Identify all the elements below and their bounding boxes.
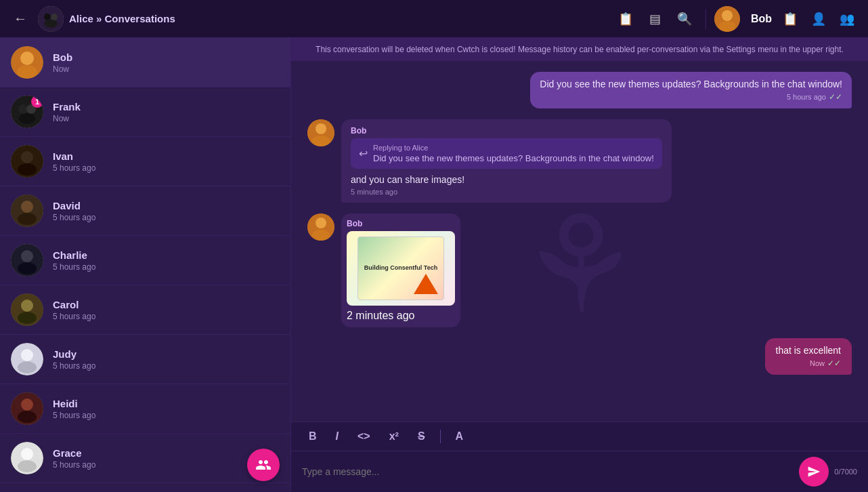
conv-item-frank[interactable]: 1 Frank Now <box>0 87 290 137</box>
reply-to-label: Replying to Alice <box>373 144 654 152</box>
nav-title: Alice » Conversations <box>69 13 607 24</box>
sidebar: Bob Now 1 Frank Now Ivan 5 hours ago <box>0 38 291 492</box>
conv-time-ivan: 5 hours ago <box>53 163 280 173</box>
conv-avatar-frank: 1 <box>11 96 43 128</box>
file-icon-button[interactable]: 📋 <box>613 9 638 29</box>
conv-name-charlie: Charlie <box>53 249 280 261</box>
svg-point-24 <box>21 300 33 312</box>
contacts-icon-button[interactable]: 👤 <box>806 9 831 29</box>
bubble-left-2: Bob ↩ Replying to Alice Did you see the … <box>341 119 672 203</box>
conv-time-carol: 5 hours ago <box>53 312 280 321</box>
conv-item-judy[interactable]: Judy 5 hours ago <box>0 335 290 384</box>
conv-item-ivan[interactable]: Ivan 5 hours ago <box>0 137 290 186</box>
msg-meta-3: 2 minutes ago <box>347 310 455 322</box>
conv-avatar-bob <box>11 46 43 79</box>
conv-badge-frank: 1 <box>31 96 43 108</box>
conv-avatar-grace <box>11 442 43 474</box>
conv-name-judy: Judy <box>53 348 280 360</box>
conv-name-david: David <box>53 200 280 211</box>
chat-area: ⚘ This conversation will be deleted when… <box>291 38 868 492</box>
message-4-alice-excellent: that is excellent Now ✓✓ <box>307 338 852 375</box>
strikethrough-button[interactable]: S <box>414 428 429 445</box>
conv-item-bob[interactable]: Bob Now <box>0 38 290 87</box>
copy-icon-button[interactable]: 📋 <box>777 9 803 29</box>
italic-button[interactable]: I <box>332 428 343 445</box>
active-conv-avatar <box>714 6 740 32</box>
conv-info-heidi: Heidi 5 hours ago <box>53 398 280 420</box>
conv-item-heidi[interactable]: Heidi 5 hours ago <box>0 384 290 434</box>
conv-avatar-david <box>11 194 43 227</box>
conv-name-ivan: Ivan <box>53 150 280 162</box>
svg-point-21 <box>21 250 33 262</box>
svg-point-18 <box>21 201 33 213</box>
alice-avatar <box>38 6 64 32</box>
msg-image-bubble: Bob Building Consentful Tech 2 minutes a… <box>341 213 460 327</box>
svg-point-27 <box>21 349 33 361</box>
code-button[interactable]: <> <box>353 428 374 445</box>
conv-info-carol: Carol 5 hours ago <box>53 299 280 321</box>
conv-item-david[interactable]: David 5 hours ago <box>0 186 290 236</box>
conv-item-carol[interactable]: Carol 5 hours ago <box>0 285 290 335</box>
toolbar-separator <box>440 430 441 443</box>
back-button[interactable]: ← <box>8 8 32 29</box>
send-button[interactable] <box>799 457 829 487</box>
main-layout: Bob Now 1 Frank Now Ivan 5 hours ago <box>0 38 868 492</box>
conv-time-judy: 5 hours ago <box>53 361 280 371</box>
conv-avatar-ivan <box>11 145 43 178</box>
svg-point-22 <box>18 262 37 274</box>
svg-point-2 <box>51 14 58 20</box>
sliders-icon-button[interactable]: ▤ <box>644 9 666 29</box>
conv-info-grace: Grace 5 hours ago <box>53 447 280 470</box>
msg-text-1: Did you see the new themes updates? Back… <box>540 79 842 89</box>
font-button[interactable]: A <box>452 428 468 445</box>
bob-sender-3: Bob <box>347 219 455 228</box>
msg-meta-1: 5 hours ago ✓✓ <box>540 92 842 102</box>
reply-quote-2: ↩ Replying to Alice Did you see the new … <box>351 138 662 169</box>
msg-image-placeholder[interactable]: Building Consentful Tech <box>347 231 455 306</box>
bubble-excellent: that is excellent Now ✓✓ <box>765 338 852 375</box>
bold-button[interactable]: B <box>305 428 321 445</box>
add-contact-button[interactable] <box>247 449 280 481</box>
svg-point-34 <box>18 460 37 472</box>
check-icon-1: ✓✓ <box>829 92 842 102</box>
message-2-bob: Bob ↩ Replying to Alice Did you see the … <box>307 119 852 203</box>
conv-info-bob: Bob Now <box>53 52 280 74</box>
triangle-decoration <box>414 274 438 294</box>
conv-info-charlie: Charlie 5 hours ago <box>53 249 280 272</box>
svg-point-16 <box>18 163 37 176</box>
conv-info-judy: Judy 5 hours ago <box>53 348 280 371</box>
conv-time-grace: 5 hours ago <box>53 460 280 470</box>
svg-point-5 <box>722 10 733 21</box>
chat-toolbar: B I <> x² S A <box>291 422 868 451</box>
svg-point-33 <box>21 448 33 460</box>
svg-point-28 <box>18 361 37 373</box>
conv-name-bob: Bob <box>53 52 280 63</box>
svg-point-30 <box>21 398 33 411</box>
message-1-alice: Did you see the new themes updates? Back… <box>307 72 852 108</box>
conv-item-charlie[interactable]: Charlie 5 hours ago <box>0 236 290 285</box>
svg-point-13 <box>19 113 35 124</box>
search-button[interactable]: 🔍 <box>672 9 697 29</box>
bubble-right-1: Did you see the new themes updates? Back… <box>530 72 852 108</box>
conv-time-charlie: 5 hours ago <box>53 262 280 272</box>
chat-notice: This conversation will be deleted when C… <box>291 38 868 61</box>
chat-input-area: 0/7000 <box>291 451 868 492</box>
nav-right-icons: 📋 👤 👥 <box>777 9 860 29</box>
svg-point-31 <box>18 411 37 423</box>
check-icon-excellent: ✓✓ <box>827 358 841 368</box>
svg-point-36 <box>316 123 326 134</box>
active-conv-name: Bob <box>751 13 772 25</box>
chat-input[interactable] <box>302 466 794 477</box>
conv-avatar-charlie <box>11 244 43 276</box>
chat-messages: Did you see the new themes updates? Back… <box>291 61 868 422</box>
conv-time-david: 5 hours ago <box>53 213 280 222</box>
msg-text-excellent: that is excellent <box>776 345 842 356</box>
conv-item-grace[interactable]: Grace 5 hours ago <box>0 434 290 483</box>
conv-avatar-judy <box>11 343 43 375</box>
more-icon-button[interactable]: 👥 <box>834 9 860 29</box>
svg-point-37 <box>312 136 330 146</box>
superscript-button[interactable]: x² <box>385 428 403 445</box>
conv-time-frank: Now <box>53 114 280 123</box>
svg-point-11 <box>18 104 28 114</box>
svg-point-19 <box>18 213 37 225</box>
